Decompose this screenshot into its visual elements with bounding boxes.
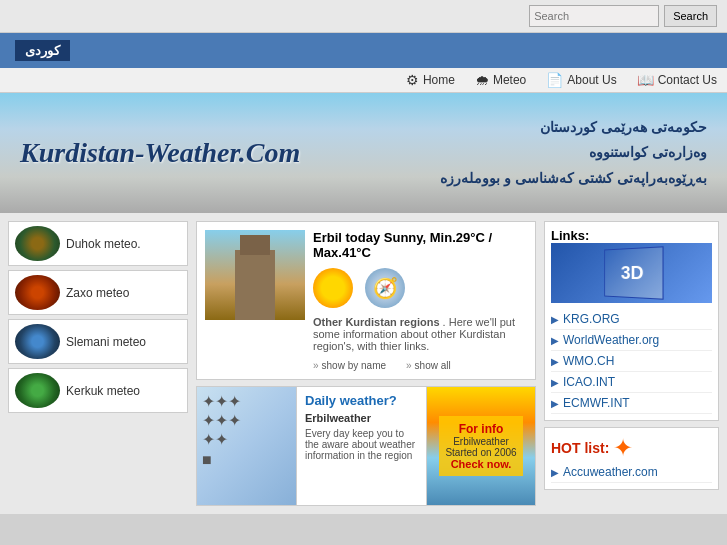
center-content: Erbil today Sunny, Min.29°C / Max.41°C 🧭… <box>196 221 536 506</box>
arrow-icon-1: » <box>313 360 319 371</box>
for-info-box[interactable]: For info Erbilweather Started on 2006 Ch… <box>439 416 522 476</box>
erbil-tower <box>235 250 275 320</box>
nav-contact[interactable]: 📖 Contact Us <box>637 72 717 88</box>
zaxo-thumb <box>15 275 60 310</box>
kerkuk-label: Kerkuk meteo <box>66 384 140 398</box>
erbil-image <box>205 230 305 320</box>
link-wmo[interactable]: ▶ WMO.CH <box>551 351 712 372</box>
arrow-icon-icao: ▶ <box>551 377 559 388</box>
nav-contact-label: Contact Us <box>658 73 717 87</box>
daily-desc: Every day keep you to the aware about we… <box>305 428 418 461</box>
link-ecmwf-label: ECMWF.INT <box>563 396 630 410</box>
arrow-icon-krg: ▶ <box>551 314 559 325</box>
hero-banner: Kurdistan-Weather.Com حكومەتى هەرێمى كور… <box>0 93 727 213</box>
nav-meteo[interactable]: 🌧 Meteo <box>475 72 526 88</box>
kerkuk-thumb <box>15 373 60 408</box>
for-info-area: For info Erbilweather Started on 2006 Ch… <box>427 387 535 505</box>
hot-list-header: HOT list: ✦ <box>551 434 712 462</box>
link-accuweather[interactable]: ▶ Accuweather.com <box>551 462 712 483</box>
sidebar-item-slemani[interactable]: Slemani meteo <box>8 319 188 364</box>
meteo-icon: 🌧 <box>475 72 489 88</box>
duhok-label: Duhok meteo. <box>66 237 141 251</box>
check-now-label[interactable]: Check now. <box>445 458 516 470</box>
link-icao[interactable]: ▶ ICAO.INT <box>551 372 712 393</box>
hot-label: HOT list: <box>551 440 609 456</box>
for-info-title: For info <box>445 422 516 436</box>
hot-list-box: HOT list: ✦ ▶ Accuweather.com <box>544 427 719 490</box>
slemani-thumb <box>15 324 60 359</box>
weather-map-bg: ✦✦✦✦✦✦✦✦■ <box>197 387 296 505</box>
nav-home-label: Home <box>423 73 455 87</box>
weather-symbols: ✦✦✦✦✦✦✦✦■ <box>202 392 241 469</box>
weather-map: ✦✦✦✦✦✦✦✦■ <box>197 387 297 505</box>
links-box: Links: 3D ▶ KRG.ORG ▶ WorldWeather.org ▶… <box>544 221 719 421</box>
link-worldweather[interactable]: ▶ WorldWeather.org <box>551 330 712 351</box>
hot-star-icon: ✦ <box>613 434 633 462</box>
show-links-row: » show by name » show all <box>313 360 527 371</box>
arrow-icon-wmo: ▶ <box>551 356 559 367</box>
hero-line2: وەزارەتى كواستنووە <box>440 140 707 165</box>
link-krg[interactable]: ▶ KRG.ORG <box>551 309 712 330</box>
nav-meteo-label: Meteo <box>493 73 526 87</box>
erbil-info: Erbil today Sunny, Min.29°C / Max.41°C 🧭… <box>313 230 527 371</box>
nav-bar: ⚙ Home 🌧 Meteo 📄 About Us 📖 Contact Us <box>0 68 727 93</box>
link-ecmwf[interactable]: ▶ ECMWF.INT <box>551 393 712 414</box>
link-wmo-label: WMO.CH <box>563 354 614 368</box>
arrow-icon-ww: ▶ <box>551 335 559 346</box>
daily-title: Daily weather? <box>305 393 418 408</box>
book-image: 3D <box>551 243 712 303</box>
link-accu-label: Accuweather.com <box>563 465 658 479</box>
links-title: Links: <box>551 228 589 243</box>
other-regions-text: Other Kurdistan regions . Here we'll put… <box>313 316 527 352</box>
contact-icon: 📖 <box>637 72 654 88</box>
sidebar-item-kerkuk[interactable]: Kerkuk meteo <box>8 368 188 413</box>
hero-line1: حكومەتى هەرێمى كوردستان <box>440 115 707 140</box>
sun-icon <box>313 268 353 308</box>
erbil-today-title: Erbil today Sunny, Min.29°C / Max.41°C <box>313 230 527 260</box>
nav-home[interactable]: ⚙ Home <box>406 72 455 88</box>
for-info-subtitle: Erbilweather <box>445 436 516 447</box>
main-content: Duhok meteo. Zaxo meteo Slemani meteo Ke… <box>0 213 727 514</box>
compass-icon: 🧭 <box>365 268 405 308</box>
left-sidebar: Duhok meteo. Zaxo meteo Slemani meteo Ke… <box>8 221 188 506</box>
kurdish-label[interactable]: كوردى <box>15 40 70 61</box>
hero-line3: بەڕێوەبەراپەتى كشتى كەشناسى و بووملەرزە <box>440 166 707 191</box>
arrow-icon-2: » <box>406 360 412 371</box>
for-info-detail: Started on 2006 <box>445 447 516 458</box>
duhok-thumb <box>15 226 60 261</box>
weather-icons-row: 🧭 <box>313 264 527 312</box>
link-ww-label: WorldWeather.org <box>563 333 659 347</box>
about-icon: 📄 <box>546 72 563 88</box>
slemani-label: Slemani meteo <box>66 335 146 349</box>
sidebar-item-zaxo[interactable]: Zaxo meteo <box>8 270 188 315</box>
home-icon: ⚙ <box>406 72 419 88</box>
nav-about-label: About Us <box>567 73 616 87</box>
nav-about[interactable]: 📄 About Us <box>546 72 616 88</box>
top-search-bar: Search <box>0 0 727 33</box>
show-by-name-link[interactable]: » show by name <box>313 360 386 371</box>
hero-text: حكومەتى هەرێمى كوردستان وەزارەتى كواستنو… <box>440 115 707 191</box>
arrow-icon-ecmwf: ▶ <box>551 398 559 409</box>
link-krg-label: KRG.ORG <box>563 312 620 326</box>
book-3d-icon: 3D <box>604 246 663 299</box>
zaxo-label: Zaxo meteo <box>66 286 129 300</box>
link-icao-label: ICAO.INT <box>563 375 615 389</box>
search-input[interactable] <box>529 5 659 27</box>
search-button[interactable]: Search <box>664 5 717 27</box>
site-logo: Kurdistan-Weather.Com <box>20 137 300 169</box>
erbil-today-section: Erbil today Sunny, Min.29°C / Max.41°C 🧭… <box>196 221 536 380</box>
show-all-link[interactable]: » show all <box>406 360 451 371</box>
blue-banner: كوردى <box>0 33 727 68</box>
daily-weather-section: ✦✦✦✦✦✦✦✦■ Daily weather? Erbilweather Ev… <box>196 386 536 506</box>
daily-subtitle: Erbilweather <box>305 412 418 424</box>
daily-text-area: Daily weather? Erbilweather Every day ke… <box>297 387 427 505</box>
right-sidebar: Links: 3D ▶ KRG.ORG ▶ WorldWeather.org ▶… <box>544 221 719 506</box>
sidebar-item-duhok[interactable]: Duhok meteo. <box>8 221 188 266</box>
arrow-icon-accu: ▶ <box>551 467 559 478</box>
